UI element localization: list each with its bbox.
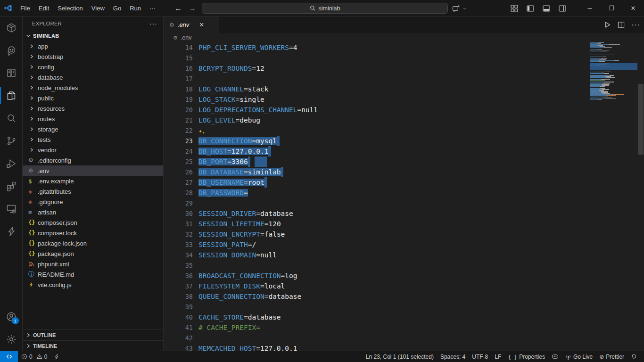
- code-line-21[interactable]: 21LOG_LEVEL=debug: [164, 115, 590, 125]
- file-phpunit-xml[interactable]: phpunit.xml: [23, 259, 163, 269]
- status-encoding[interactable]: UTF-8: [469, 351, 491, 362]
- toggle-primary-sidebar-icon[interactable]: [524, 2, 537, 15]
- code-line-42[interactable]: 42: [164, 333, 590, 343]
- activity-github-face-icon[interactable]: [0, 39, 23, 62]
- problems-indicator[interactable]: 0 0: [18, 351, 50, 362]
- tab-env[interactable]: ⚙ .env ✕: [164, 16, 219, 33]
- menu-file[interactable]: File: [16, 3, 34, 14]
- status-go-live[interactable]: Go Live: [562, 351, 596, 362]
- code-line-28[interactable]: 28DB_PASSWORD=: [164, 188, 590, 198]
- code-line-26[interactable]: 26DB_DATABASE=siminlab: [164, 167, 590, 177]
- file-dot-editorconfig[interactable]: ⚙.editorconfig: [23, 155, 163, 165]
- file-vite-config-js[interactable]: vite.config.js: [23, 280, 163, 290]
- file-composer-lock[interactable]: {}composer.lock: [23, 228, 163, 238]
- file-dot-env-example[interactable]: $.env.example: [23, 176, 163, 186]
- forward-button[interactable]: →: [189, 4, 196, 13]
- breadcrumb[interactable]: ⚙ .env: [164, 33, 644, 42]
- back-button[interactable]: ←: [174, 4, 182, 13]
- code-line-24[interactable]: 24DB_HOST=127.0.0.1: [164, 146, 590, 156]
- activity-book-icon[interactable]: [0, 62, 23, 84]
- scrollbar-thumb[interactable]: [638, 84, 644, 155]
- code-editor[interactable]: 14PHP_CLI_SERVER_WORKERS=41516BCRYPT_ROU…: [164, 42, 644, 351]
- activity-accounts-icon[interactable]: 1: [0, 305, 23, 328]
- split-editor-icon[interactable]: [618, 21, 625, 28]
- command-center-search[interactable]: siminlab: [202, 3, 448, 14]
- code-line-39[interactable]: 39: [164, 302, 590, 312]
- code-line-43[interactable]: 43MEMCACHED_HOST=127.0.0.1: [164, 343, 590, 351]
- file-dot-gitignore[interactable]: ◈.gitignore: [23, 197, 163, 207]
- toggle-secondary-sidebar-icon[interactable]: [556, 2, 569, 15]
- code-line-25[interactable]: 25DB_PORT=3306: [164, 156, 590, 167]
- customize-layout-icon[interactable]: [508, 2, 520, 15]
- code-line-38[interactable]: 38QUEUE_CONNECTION=database: [164, 291, 590, 302]
- toggle-panel-icon[interactable]: [540, 2, 553, 15]
- status-prettier[interactable]: ⊘Prettier: [596, 351, 627, 362]
- activity-search-icon[interactable]: [0, 107, 23, 130]
- activity-run-debug-icon[interactable]: [0, 152, 23, 175]
- code-line-16[interactable]: 16BCRYPT_ROUNDS=12: [164, 63, 590, 74]
- copilot-button[interactable]: [452, 3, 467, 14]
- code-line-27[interactable]: 27DB_USERNAME=root: [164, 177, 590, 188]
- code-line-36[interactable]: 36BROADCAST_CONNECTION=log: [164, 271, 590, 281]
- file-package-json[interactable]: {}package.json: [23, 248, 163, 259]
- menu-run[interactable]: Run: [125, 3, 145, 14]
- file-artisan[interactable]: ≡artisan: [23, 207, 163, 217]
- folder-config[interactable]: config: [23, 62, 163, 72]
- restore-button[interactable]: ❐: [601, 0, 622, 16]
- run-code-icon[interactable]: [604, 21, 611, 28]
- status-notifications[interactable]: [627, 351, 640, 362]
- section-outline[interactable]: OUTLINE: [23, 330, 163, 340]
- explorer-more-actions-icon[interactable]: ···: [149, 20, 157, 27]
- folder-public[interactable]: public: [23, 93, 163, 103]
- close-button[interactable]: ✕: [622, 0, 644, 16]
- code-line-14[interactable]: 14PHP_CLI_SERVER_WORKERS=4: [164, 42, 590, 53]
- status-language-mode[interactable]: { }Properties: [504, 351, 548, 362]
- code-line-15[interactable]: 15: [164, 53, 590, 63]
- code-line-37[interactable]: 37FILESYSTEM_DISK=local: [164, 281, 590, 291]
- activity-explorer-files-icon[interactable]: [0, 84, 23, 107]
- vertical-scrollbar[interactable]: [637, 42, 644, 351]
- status-cursor-position[interactable]: Ln 23, Col 1 (101 selected): [363, 351, 437, 362]
- code-line-19[interactable]: 19LOG_STACK=single: [164, 94, 590, 105]
- activity-thunder-icon[interactable]: [0, 220, 23, 243]
- code-line-23[interactable]: 23DB_CONNECTION=mysql: [164, 136, 590, 146]
- minimap[interactable]: [590, 42, 637, 351]
- status-indentation[interactable]: Spaces: 4: [437, 351, 469, 362]
- status-copilot-status[interactable]: [548, 351, 562, 362]
- code-line-33[interactable]: 33SESSION_PATH=/: [164, 239, 590, 250]
- status-eol[interactable]: LF: [491, 351, 504, 362]
- file-readme-md[interactable]: ⓘREADME.md: [23, 269, 163, 280]
- more-actions-icon[interactable]: ···: [631, 21, 640, 29]
- file-composer-json[interactable]: {}composer.json: [23, 217, 163, 228]
- copilot-sparkle-icon[interactable]: ✦✦: [198, 128, 202, 134]
- file-dot-gitattributes[interactable]: ◈.gitattributes: [23, 186, 163, 197]
- code-line-41[interactable]: 41# CACHE_PREFIX=: [164, 322, 590, 333]
- code-line-30[interactable]: 30SESSION_DRIVER=database: [164, 208, 590, 219]
- folder-vendor[interactable]: vendor: [23, 145, 163, 155]
- folder-resources[interactable]: resources: [23, 103, 163, 114]
- folder-storage[interactable]: storage: [23, 124, 163, 134]
- activity-settings-gear-icon[interactable]: [0, 328, 23, 351]
- menu-go[interactable]: Go: [109, 3, 125, 14]
- code-line-18[interactable]: 18LOG_CHANNEL=stack: [164, 84, 590, 94]
- code-line-20[interactable]: 20LOG_DEPRECATIONS_CHANNEL=null: [164, 105, 590, 115]
- remote-window-button[interactable]: [0, 351, 18, 362]
- code-line-29[interactable]: 29: [164, 198, 590, 208]
- minimize-button[interactable]: ─: [579, 0, 601, 16]
- code-line-35[interactable]: 35: [164, 260, 590, 271]
- code-line-22[interactable]: 22✦✦: [164, 125, 590, 136]
- folder-node-modules[interactable]: node_modules: [23, 82, 163, 93]
- file-package-lock-json[interactable]: {}package-lock.json: [23, 238, 163, 248]
- code-line-17[interactable]: 17: [164, 74, 590, 84]
- activity-remote-explorer-icon[interactable]: [0, 197, 23, 220]
- section-timeline[interactable]: TIMELINE: [23, 340, 163, 351]
- menu-selection[interactable]: Selection: [53, 3, 87, 14]
- code-line-31[interactable]: 31SESSION_LIFETIME=120: [164, 219, 590, 229]
- project-root-folder[interactable]: SIMINLAB: [23, 31, 163, 41]
- folder-database[interactable]: database: [23, 72, 163, 82]
- menu-edit[interactable]: Edit: [34, 3, 53, 14]
- code-line-40[interactable]: 40CACHE_STORE=database: [164, 312, 590, 322]
- menu-view[interactable]: View: [87, 3, 109, 14]
- code-line-32[interactable]: 32SESSION_ENCRYPT=false: [164, 229, 590, 239]
- activity-source-control-icon[interactable]: [0, 130, 23, 152]
